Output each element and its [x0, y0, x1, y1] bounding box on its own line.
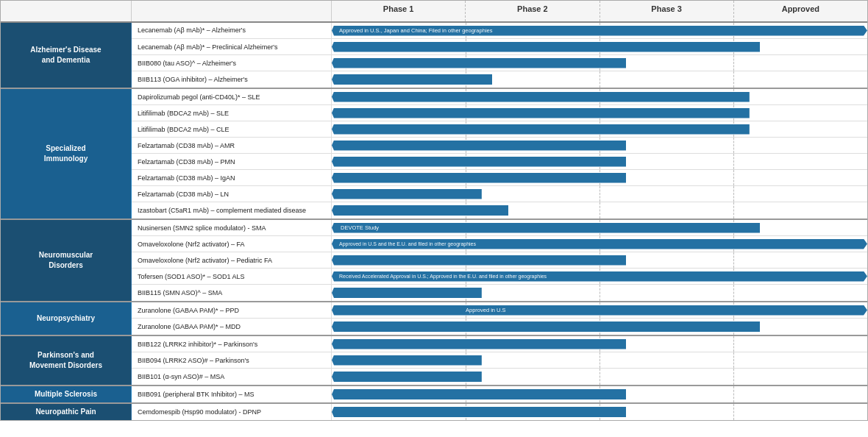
drug-row: BIIB115 (SMN ASO)^ – SMA [132, 285, 867, 301]
group-ms: Multiple Sclerosis BIIB091 (peripheral B… [1, 386, 867, 404]
drug-row: Litifilimab (BDCA2 mAb) – SLE [132, 105, 867, 121]
pipeline-bar: Approved in U.S., Japan and China; Filed… [332, 26, 867, 36]
pipeline-bar: Approved in U.S [332, 305, 867, 316]
drug-row: Izastobart (C5aR1 mAb) – complement medi… [132, 202, 867, 218]
pipeline-bar [332, 321, 760, 332]
drug-row: Omaveloxolone (Nrf2 activator) – FA Appr… [132, 236, 867, 252]
pipeline-bar [332, 389, 626, 399]
approved-header: Approved [734, 1, 867, 21]
pipeline-bar [332, 92, 750, 102]
drug-row: Dapirolizumab pegol (anti-CD40L)* – SLE [132, 89, 867, 105]
pipeline-bar [332, 189, 482, 199]
pipeline-bar: DEVOTE Study [332, 223, 760, 233]
drug-row: Omaveloxolone (Nrf2 activator) – Pediatr… [132, 252, 867, 269]
category-ms: Multiple Sclerosis [1, 386, 132, 402]
group-immunology: Specialized Immunology Dapirolizumab peg… [1, 89, 867, 220]
drug-row: BIIB080 (tau ASO)^ – Alzheimer's [132, 55, 867, 71]
pipeline-bar [332, 157, 626, 167]
category-pain: Neuropathic Pain [1, 404, 132, 420]
category-alzheimer: Alzheimer's Disease and Dementia [1, 23, 132, 88]
group-neuromuscular: Neuromuscular Disorders Nusinersen (SMN2… [1, 220, 867, 302]
pipeline-bar [332, 205, 508, 216]
pipeline-bar [332, 407, 626, 417]
drug-row: Zuranolone (GABAA PAM)* – PPD Approved i… [132, 302, 867, 319]
drug-row: BIIB113 (OGA inhibitor) – Alzheimer's [132, 71, 867, 88]
pipeline-bar [332, 173, 626, 183]
drug-row: BIIB101 (α-syn ASO)# – MSA [132, 369, 867, 385]
pipeline-bar [332, 42, 760, 52]
pipeline-bar [332, 124, 750, 135]
pipeline-bar [332, 58, 626, 68]
drug-row: Felzartamab (CD38 mAb) – LN [132, 186, 867, 202]
pipeline-bar [332, 141, 626, 151]
drug-name: Lecanemab (Aβ mAb)* – Preclinical Alzhei… [132, 39, 332, 54]
drug-row: Felzartamab (CD38 mAb) – IgAN [132, 170, 867, 186]
drug-row: BIIB091 (peripheral BTK Inhibitor) – MS [132, 386, 867, 402]
drug-row: Cemdomespib (Hsp90 modulator) - DPNP [132, 404, 867, 420]
drug-row: BIIB094 (LRRK2 ASO)# – Parkinson's [132, 352, 867, 369]
pipeline-bar: Received Accelerated Approval in U.S.; A… [332, 271, 867, 282]
drug-name: BIIB080 (tau ASO)^ – Alzheimer's [132, 55, 332, 71]
group-alzheimer: Alzheimer's Disease and Dementia Lecanem… [1, 23, 867, 89]
category-neuromuscular: Neuromuscular Disorders [1, 220, 132, 301]
group-parkinsons: Parkinson's and Movement Disorders BIIB1… [1, 336, 867, 386]
drug-name: Lecanemab (Aβ mAb)* – Alzheimer's [132, 23, 332, 38]
category-neuropsychiatry: Neuropsychiatry [1, 302, 132, 335]
phase2-header: Phase 2 [466, 1, 600, 21]
drug-row: Zuranolone (GABAA PAM)* – MDD [132, 319, 867, 335]
group-pain: Neuropathic Pain Cemdomespib (Hsp90 modu… [1, 404, 867, 420]
drug-row: Tofersen (SOD1 ASO)* – SOD1 ALS Received… [132, 269, 867, 285]
pipeline-bar [332, 255, 626, 266]
pipeline-bar [332, 355, 482, 366]
drug-row: Nusinersen (SMN2 splice modulator) - SMA… [132, 220, 867, 236]
group-neuropsychiatry: Neuropsychiatry Zuranolone (GABAA PAM)* … [1, 302, 867, 336]
pipeline-bar [332, 372, 482, 382]
drug-row: BIIB122 (LRRK2 inhibitor)* – Parkinson's [132, 336, 867, 352]
pipeline-bar [332, 108, 750, 118]
pipeline-bar: Approved in U.S and the E.U. and filed i… [332, 239, 867, 249]
pipeline-bar [332, 339, 626, 349]
drug-row: Lecanemab (Aβ mAb)* – Preclinical Alzhei… [132, 39, 867, 55]
drug-row: Litifilimab (BDCA2 mAb) – CLE [132, 121, 867, 138]
phase1-header: Phase 1 [332, 1, 466, 21]
drug-row: Felzartamab (CD38 mAb) – AMR [132, 138, 867, 154]
category-parkinsons: Parkinson's and Movement Disorders [1, 336, 132, 385]
drug-row: Lecanemab (Aβ mAb)* – Alzheimer's Approv… [132, 23, 867, 39]
drug-row: Felzartamab (CD38 mAb) – PMN [132, 154, 867, 170]
category-immunology: Specialized Immunology [1, 89, 132, 218]
pipeline-bar [332, 74, 492, 85]
drug-name: BIIB113 (OGA inhibitor) – Alzheimer's [132, 71, 332, 88]
phase3-header: Phase 3 [600, 1, 734, 21]
pipeline-bar [332, 288, 482, 298]
